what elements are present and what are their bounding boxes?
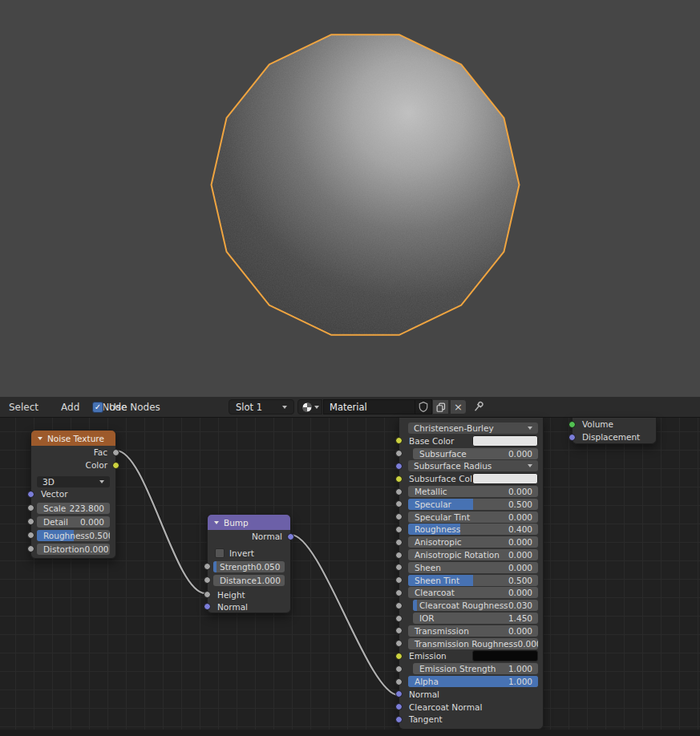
- clearcoat-normal-label: Clearcoat Normal: [409, 702, 482, 713]
- sheen-tint-widget-wrap: Sheen Tint0.500: [408, 575, 538, 586]
- ior-socket[interactable]: [395, 615, 403, 622]
- material-slot-dropdown[interactable]: Slot 1: [229, 399, 294, 415]
- metallic-slider[interactable]: Metallic0.000: [408, 486, 538, 497]
- slider-value: 0.000: [508, 487, 538, 496]
- detail-input-socket[interactable]: [27, 518, 34, 525]
- use-nodes-toggle[interactable]: ✓ Use Nodes: [92, 397, 160, 417]
- normal-output-socket[interactable]: [287, 533, 294, 540]
- sheen-tint-slider[interactable]: Sheen Tint0.500: [408, 575, 538, 586]
- volume-input-socket[interactable]: [568, 421, 576, 428]
- scale-slider[interactable]: Scale223.800: [37, 503, 110, 514]
- emission-color-swatch[interactable]: [472, 650, 538, 661]
- use-nodes-checkbox[interactable]: ✓: [92, 402, 103, 413]
- christensen-burley-dropdown[interactable]: Christensen-Burley: [408, 423, 538, 434]
- height-input-socket[interactable]: [204, 591, 211, 598]
- anisotropic-rotation-socket[interactable]: [395, 552, 403, 559]
- emission-socket[interactable]: [395, 653, 403, 660]
- slider-label: Metallic: [408, 487, 508, 496]
- principled-bsdf-node[interactable]: Christensen-BurleyBase ColorSubsurface0.…: [399, 418, 544, 730]
- invert-checkbox[interactable]: [215, 548, 225, 558]
- strength-slider[interactable]: Strength0.050: [213, 561, 285, 572]
- roughness-socket[interactable]: [395, 526, 403, 533]
- tangent-socket[interactable]: [395, 716, 403, 723]
- material-browse-button[interactable]: [297, 399, 322, 415]
- close-icon: ×: [454, 402, 463, 412]
- metallic-socket[interactable]: [395, 488, 403, 495]
- ior-slider[interactable]: IOR1.450: [413, 613, 538, 624]
- subsurface-radius-dropdown[interactable]: Subsurface Radius: [408, 460, 538, 471]
- distance-input-socket[interactable]: [204, 576, 211, 584]
- subsurface-radius-socket[interactable]: [395, 463, 403, 470]
- duplicate-material-button[interactable]: [432, 399, 449, 415]
- fake-user-button[interactable]: [415, 399, 432, 415]
- specular-socket[interactable]: [395, 500, 403, 508]
- distance-slider[interactable]: Distance1.000: [213, 575, 285, 586]
- collapse-triangle-icon[interactable]: [214, 521, 219, 524]
- clearcoat-roughness-slider[interactable]: Clearcoat Roughness0.030: [413, 600, 538, 611]
- transmission-roughness-slider[interactable]: Transmission Roughness0.000: [408, 638, 538, 649]
- clearcoat-normal-socket[interactable]: [395, 703, 403, 710]
- roughness-slider[interactable]: Roughness0.400: [408, 524, 538, 535]
- shader-node-editor[interactable]: Noise Texture FacColor 3D Vector Scale22…: [0, 418, 700, 736]
- menu-add[interactable]: Add: [50, 402, 91, 413]
- subsurface-color-widget-wrap: [408, 473, 538, 484]
- slider-value: 0.050: [256, 562, 285, 572]
- specular-tint-slider[interactable]: Specular Tint0.000: [408, 512, 538, 523]
- sheen-slider[interactable]: Sheen0.000: [408, 562, 538, 573]
- emission-strength-socket[interactable]: [395, 665, 403, 673]
- sheen-socket[interactable]: [395, 564, 403, 571]
- subsurface-socket[interactable]: [395, 450, 403, 457]
- clearcoat-roughness-socket[interactable]: [395, 602, 403, 609]
- base-color-socket[interactable]: [395, 437, 403, 444]
- subsurface-color-color-swatch[interactable]: [472, 473, 538, 484]
- normal-input-socket[interactable]: [204, 603, 211, 610]
- height-input-row: Height: [208, 588, 290, 601]
- noise-texture-node-header[interactable]: Noise Texture: [31, 431, 115, 446]
- anisotropic-socket[interactable]: [395, 539, 403, 546]
- alpha-widget-wrap: Alpha1.000: [408, 676, 538, 687]
- fac-output-socket[interactable]: [112, 449, 119, 456]
- menu-select[interactable]: Select: [0, 402, 50, 413]
- bump-node[interactable]: Bump Normal Invert Strength0.050Distance…: [207, 514, 291, 613]
- transmission-roughness-socket[interactable]: [395, 640, 403, 647]
- emission-strength-slider[interactable]: Emission Strength1.000: [413, 663, 538, 674]
- material-output-node[interactable]: VolumeDisplacement: [572, 418, 657, 444]
- color-output-socket[interactable]: [112, 462, 119, 469]
- unlink-material-button[interactable]: ×: [450, 399, 467, 415]
- scale-input-socket[interactable]: [27, 504, 34, 512]
- noise-dimensions-dropdown[interactable]: 3D: [37, 476, 110, 487]
- strength-input-socket[interactable]: [204, 563, 211, 570]
- roughness-slider[interactable]: Roughness0.500: [37, 530, 110, 541]
- distortion-input-socket[interactable]: [27, 545, 34, 552]
- subsurface-slider[interactable]: Subsurface0.000: [413, 448, 538, 459]
- base-color-color-swatch[interactable]: [472, 435, 538, 447]
- normal-socket[interactable]: [395, 690, 403, 698]
- transmission-widget-wrap: Transmission0.000: [408, 625, 538, 637]
- vector-input-socket[interactable]: [27, 491, 34, 498]
- clearcoat-socket[interactable]: [395, 589, 403, 596]
- anisotropic-rotation-slider[interactable]: Anisotropic Rotation0.000: [408, 549, 538, 560]
- pin-button[interactable]: [471, 400, 485, 417]
- transmission-socket[interactable]: [395, 627, 403, 634]
- roughness-input-socket[interactable]: [27, 532, 34, 539]
- sheen-tint-socket[interactable]: [395, 576, 403, 584]
- material-name-field[interactable]: Material: [323, 399, 415, 415]
- subsurface-color-socket[interactable]: [395, 475, 403, 483]
- detail-slider[interactable]: Detail0.000: [37, 516, 110, 528]
- alpha-socket[interactable]: [395, 678, 403, 685]
- displacement-input-socket[interactable]: [568, 434, 576, 441]
- bump-node-header[interactable]: Bump: [208, 515, 290, 530]
- collapse-triangle-icon[interactable]: [38, 437, 42, 440]
- bsdf-row-anisotropic: Anisotropic0.000: [399, 536, 543, 548]
- transmission-slider[interactable]: Transmission0.000: [408, 625, 538, 637]
- alpha-slider[interactable]: Alpha1.000: [408, 676, 538, 687]
- distortion-slider[interactable]: Distortion0.000: [37, 544, 110, 555]
- shaded-sphere-object[interactable]: [0, 0, 700, 397]
- invert-row: Invert: [208, 548, 290, 558]
- noise-texture-node[interactable]: Noise Texture FacColor 3D Vector Scale22…: [30, 430, 116, 559]
- clearcoat-slider[interactable]: Clearcoat0.000: [408, 587, 538, 598]
- 3d-viewport[interactable]: [0, 0, 700, 397]
- anisotropic-slider[interactable]: Anisotropic0.000: [408, 536, 538, 548]
- specular-slider[interactable]: Specular0.500: [408, 499, 538, 510]
- specular-tint-socket[interactable]: [395, 513, 403, 520]
